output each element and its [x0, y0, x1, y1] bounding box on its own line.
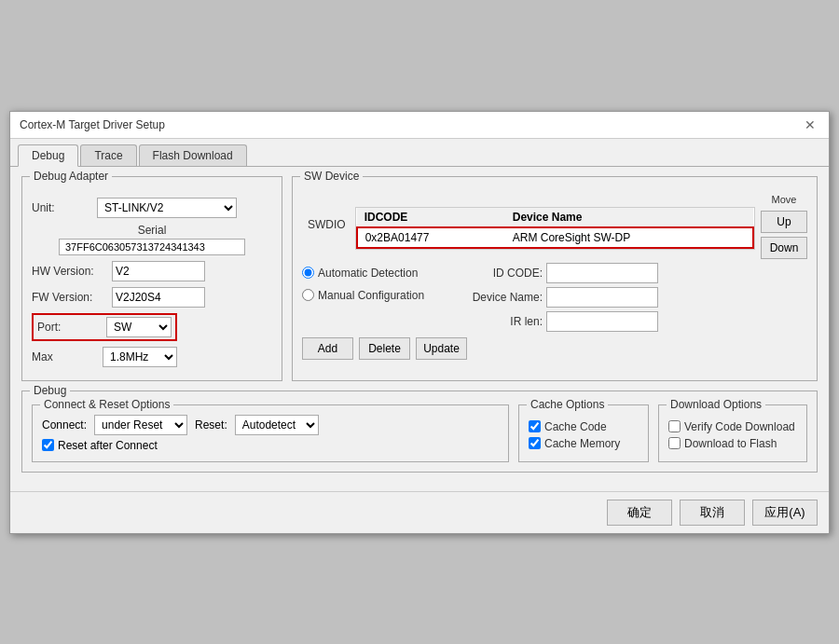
update-button[interactable]: Update [416, 337, 467, 360]
main-content: Debug Adapter Unit: ST-LINK/V2 ST-LINK/V… [10, 167, 829, 482]
move-label: Move [761, 194, 807, 205]
manual-config-label: Manual Configuration [318, 289, 424, 302]
fw-version-input[interactable] [112, 287, 205, 308]
connect-reset-title: Connect & Reset Options [40, 398, 173, 411]
ir-len-label: IR len: [468, 315, 543, 328]
id-code-input[interactable] [546, 263, 658, 283]
debug-adapter-title: Debug Adapter [30, 170, 112, 183]
verify-code-row: Verify Code Download [668, 420, 797, 433]
download-options-title: Download Options [667, 398, 765, 411]
serial-box: Serial 37FF6C063057313724341343 [32, 224, 272, 255]
hw-version-label: HW Version: [32, 265, 106, 278]
move-up-button[interactable]: Up [761, 211, 807, 233]
reset-label: Reset: [195, 418, 227, 432]
download-to-flash-row: Download to Flash [668, 437, 797, 450]
debug-bottom-title: Debug [30, 384, 70, 397]
max-select[interactable]: 1.8MHz 3.6MHz 7.2MHz [103, 347, 177, 367]
cache-memory-checkbox[interactable] [529, 437, 541, 449]
reset-select[interactable]: Autodetect SYSRESETREQ VECTRESET None [235, 415, 319, 435]
radio-col: Automatic Detection Manual Configuration [302, 263, 461, 306]
verify-code-checkbox[interactable] [668, 420, 681, 432]
max-row: Max 1.8MHz 3.6MHz 7.2MHz [32, 347, 272, 367]
tab-flash-download[interactable]: Flash Download [139, 144, 247, 166]
move-down-button[interactable]: Down [761, 237, 807, 259]
sw-device-group: SW Device SWDIO IDCODE [292, 176, 818, 381]
device-name-input[interactable] [546, 287, 658, 308]
cache-memory-label: Cache Memory [544, 437, 620, 450]
delete-button[interactable]: Delete [359, 337, 410, 360]
cell-idcode: 0x2BA01477 [357, 227, 505, 248]
sw-table-inner: SWDIO IDCODE Device Name [302, 194, 755, 257]
cache-memory-row: Cache Memory [529, 437, 639, 450]
sw-device-title: SW Device [300, 170, 363, 183]
sw-device-table: IDCODE Device Name 0x2BA01477 ARM CoreSi… [356, 208, 754, 249]
auto-detection-label: Automatic Detection [318, 267, 418, 280]
port-box: Port: SW JTAG [32, 313, 177, 341]
verify-code-label: Verify Code Download [684, 420, 795, 433]
auto-detection-radio[interactable] [302, 267, 314, 279]
device-name-field-row: Device Name: [468, 287, 658, 308]
unit-select[interactable]: ST-LINK/V2 ST-LINK/V3 [97, 198, 237, 218]
table-row[interactable]: 0x2BA01477 ARM CoreSight SW-DP [357, 227, 753, 248]
cache-options-group: Cache Options Cache Code Cache Memory [518, 404, 649, 462]
col-header-device-name: Device Name [505, 208, 753, 227]
cache-options-title: Cache Options [527, 398, 608, 411]
manual-config-radio[interactable] [302, 289, 314, 301]
id-code-field-row: ID CODE: [468, 263, 658, 283]
swdio-label: SWDIO [302, 194, 351, 235]
connect-reset-row: Connect: under Reset Normal with Pre-res… [42, 415, 499, 435]
unit-row: Unit: ST-LINK/V2 ST-LINK/V3 [32, 198, 272, 218]
confirm-button[interactable]: 确定 [607, 500, 672, 526]
cell-device-name: ARM CoreSight SW-DP [505, 227, 753, 248]
add-button[interactable]: Add [302, 337, 353, 360]
hw-version-row: HW Version: [32, 261, 272, 281]
close-button[interactable]: ✕ [801, 117, 819, 132]
tab-bar: Debug Trace Flash Download [10, 139, 829, 167]
fw-version-row: FW Version: [32, 287, 272, 308]
ir-len-input[interactable] [546, 311, 658, 332]
debug-adapter-group: Debug Adapter Unit: ST-LINK/V2 ST-LINK/V… [21, 176, 282, 381]
col-header-idcode: IDCODE [357, 208, 505, 227]
connect-label: Connect: [42, 418, 87, 432]
title-bar: Cortex-M Target Driver Setup ✕ [10, 112, 829, 139]
port-select[interactable]: SW JTAG [106, 317, 172, 337]
ir-len-field-row: IR len: [468, 311, 658, 332]
serial-value: 37FF6C063057313724341343 [59, 239, 245, 255]
fields-col: ID CODE: Device Name: IR len: [468, 263, 658, 332]
debug-bottom-content: Connect & Reset Options Connect: under R… [32, 404, 807, 462]
tab-trace[interactable]: Trace [80, 144, 136, 166]
reset-after-row: Reset after Connect [42, 439, 499, 452]
reset-after-connect-label: Reset after Connect [58, 439, 158, 452]
cache-code-row: Cache Code [529, 420, 639, 433]
apply-button[interactable]: 应用(A) [752, 500, 818, 526]
main-window: Cortex-M Target Driver Setup ✕ Debug Tra… [9, 111, 830, 534]
download-to-flash-checkbox[interactable] [668, 437, 681, 449]
manual-config-row: Manual Configuration [302, 289, 461, 302]
download-options-group: Download Options Verify Code Download Do… [658, 404, 807, 462]
bottom-bar: 确定 取消 应用(A) [10, 491, 829, 533]
window-title: Cortex-M Target Driver Setup [20, 118, 165, 131]
port-label: Port: [37, 321, 103, 334]
cancel-button[interactable]: 取消 [680, 500, 745, 526]
download-to-flash-label: Download to Flash [684, 437, 777, 450]
sw-device-table-wrap: IDCODE Device Name 0x2BA01477 ARM CoreSi… [355, 207, 755, 250]
reset-after-connect-checkbox[interactable] [42, 439, 54, 451]
cache-code-label: Cache Code [544, 420, 607, 433]
unit-label: Unit: [32, 201, 97, 214]
serial-label: Serial [32, 224, 272, 237]
hw-version-input[interactable] [112, 261, 205, 281]
sw-table-outer: SWDIO IDCODE Device Name [302, 194, 807, 259]
tab-debug[interactable]: Debug [18, 144, 78, 167]
auto-detection-row: Automatic Detection [302, 267, 461, 280]
top-section: Debug Adapter Unit: ST-LINK/V2 ST-LINK/V… [21, 176, 818, 381]
connect-select[interactable]: under Reset Normal with Pre-reset [94, 415, 187, 435]
id-code-label: ID CODE: [468, 267, 543, 280]
radio-fields-row: Automatic Detection Manual Configuration… [302, 263, 807, 332]
move-buttons: Move Up Down [761, 194, 807, 259]
max-label: Max [32, 350, 97, 363]
add-del-update-buttons: Add Delete Update [302, 337, 807, 360]
cache-code-checkbox[interactable] [529, 420, 541, 432]
port-row: Port: SW JTAG [32, 313, 272, 341]
fw-version-label: FW Version: [32, 291, 106, 304]
debug-bottom-group: Debug Connect & Reset Options Connect: u… [21, 391, 818, 473]
